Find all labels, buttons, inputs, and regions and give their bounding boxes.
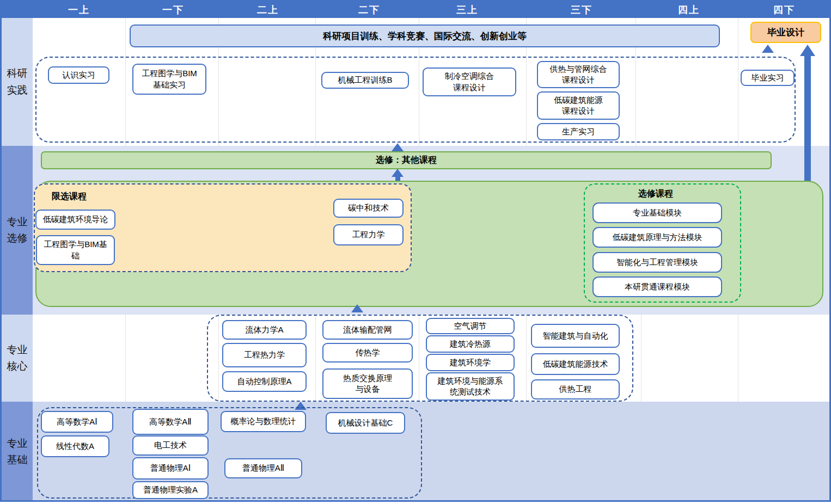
course-cold-heat-source: 建筑冷热源: [426, 335, 515, 353]
column-separator: [738, 315, 738, 402]
semester-label: 四下: [773, 3, 795, 16]
column-separator: [641, 315, 641, 402]
course-carbon-neutral: 碳中和技术: [333, 199, 404, 218]
course-auto-control: 自动控制原理A: [222, 371, 307, 392]
sidebar-row-elective: 专业 选修: [2, 146, 33, 315]
semester-label: 二上: [257, 3, 279, 16]
arrow-up-tall-to-graduation-design-icon: [799, 45, 816, 182]
course-physics-a2: 普通物理AⅡ: [224, 458, 302, 478]
course-physics-a1: 普通物理AⅠ: [132, 457, 209, 480]
module-undergrad-grad-bridge: 本研贯通课程模块: [592, 276, 722, 297]
course-building-environment: 建筑环境学: [426, 354, 515, 371]
course-heat-mass-exchange: 热质交换原理 与设备: [322, 368, 413, 399]
course-probability: 概率论与数理统计: [221, 411, 306, 432]
elective-other-courses-banner: 选修：其他课程: [41, 151, 772, 169]
course-mech-design: 机械设计基础C: [326, 412, 405, 434]
course-math-a2: 高等数学AⅡ: [132, 409, 209, 435]
course-low-carbon-tech: 低碳建筑能源技术: [531, 353, 620, 375]
course-air-conditioning: 空气调节: [426, 318, 515, 334]
course-graduation-practice: 毕业实习: [741, 70, 795, 86]
module-low-carbon-principles: 低碳建筑原理与方法模块: [592, 227, 722, 248]
course-thermodynamics: 工程热力学: [222, 343, 307, 367]
research-activities-banner: 科研项目训练、学科竞赛、国际交流、创新创业等: [130, 24, 720, 47]
course-heating-network-design: 供热与管网综合 课程设计: [537, 61, 620, 88]
course-low-carbon-design: 低碳建筑能源 课程设计: [537, 91, 620, 120]
semester-label: 三上: [456, 3, 478, 16]
course-bim-practice: 工程图学与BIM 基础实习: [132, 64, 206, 95]
semester-label: 四上: [678, 3, 700, 16]
semester-label: 一上: [68, 3, 90, 16]
semester-label: 一下: [162, 3, 184, 16]
sidebar-row-core: 专业 核心: [2, 315, 33, 402]
semester-header-bar: 一上 一下 二上 二下 三上 三下 四上 四下: [2, 2, 829, 18]
arrow-up-to-graduation-design-icon: [761, 45, 775, 57]
module-professional-foundation: 专业基础模块: [592, 202, 722, 223]
course-fluid-network: 流体输配管网: [322, 320, 413, 340]
course-fluid-mechanics: 流体力学A: [222, 320, 307, 340]
restricted-elective-title: 限选课程: [52, 191, 87, 202]
course-math-a1: 高等数学AⅠ: [41, 411, 113, 433]
optional-elective-title: 选修课程: [638, 188, 673, 200]
course-mech-training: 机械工程训练B: [321, 72, 409, 89]
course-smart-building: 智能建筑与自动化: [531, 324, 620, 348]
sidebar-row-research: 科研 实践: [2, 18, 33, 146]
course-system-testing: 建筑环境与能源系 统测试技术: [426, 372, 515, 401]
course-production-practice: 生产实习: [537, 123, 620, 140]
course-engineering-mechanics: 工程力学: [333, 224, 404, 245]
course-heating-engineering: 供热工程: [531, 379, 620, 399]
course-linear-algebra: 线性代数A: [41, 435, 109, 457]
course-recognition-practice: 认识实习: [48, 66, 109, 84]
course-physics-lab: 普通物理实验A: [132, 481, 209, 499]
course-electrical-tech: 电工技术: [132, 435, 209, 456]
graduation-design-box: 毕业设计: [750, 22, 821, 43]
column-separator: [125, 315, 126, 402]
arrow-up-green-to-banner-icon: [390, 169, 405, 182]
arrow-up-core-to-elective-icon: [350, 304, 364, 316]
course-bim-basic: 工程图学与BIM基 础: [36, 235, 115, 265]
course-hvac-design: 制冷空调综合 课程设计: [423, 67, 516, 96]
semester-label: 三下: [571, 3, 592, 16]
course-heat-transfer: 传热学: [322, 343, 413, 362]
course-low-carbon-intro: 低碳建筑环境导论: [35, 210, 115, 230]
sidebar-row-foundation: 专业 基础: [2, 402, 33, 502]
semester-label: 二下: [358, 3, 380, 16]
module-intelligent-management: 智能化与工程管理模块: [592, 252, 722, 273]
curriculum-diagram: 一上 一下 二上 二下 三上 三下 四上 四下 科研 实践 专业 选修 专业 核…: [0, 0, 831, 502]
